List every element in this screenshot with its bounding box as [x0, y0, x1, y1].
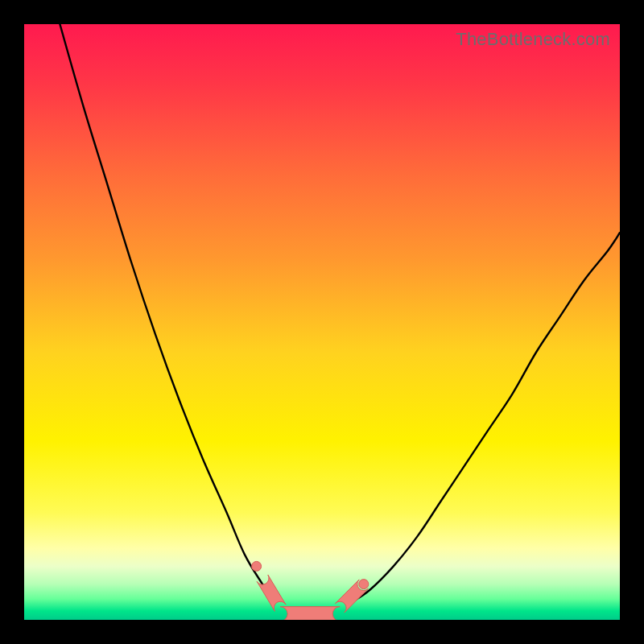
- left-curve: [60, 24, 274, 602]
- plot-area: TheBottleneck.com: [24, 24, 620, 620]
- watermark-text: TheBottleneck.com: [456, 29, 610, 50]
- svg-point-1: [252, 561, 262, 571]
- curves-layer: [24, 24, 620, 620]
- right-curve: [352, 233, 620, 602]
- floor-markers: [252, 561, 369, 620]
- svg-point-2: [359, 580, 369, 589]
- outer-frame: TheBottleneck.com: [0, 0, 644, 644]
